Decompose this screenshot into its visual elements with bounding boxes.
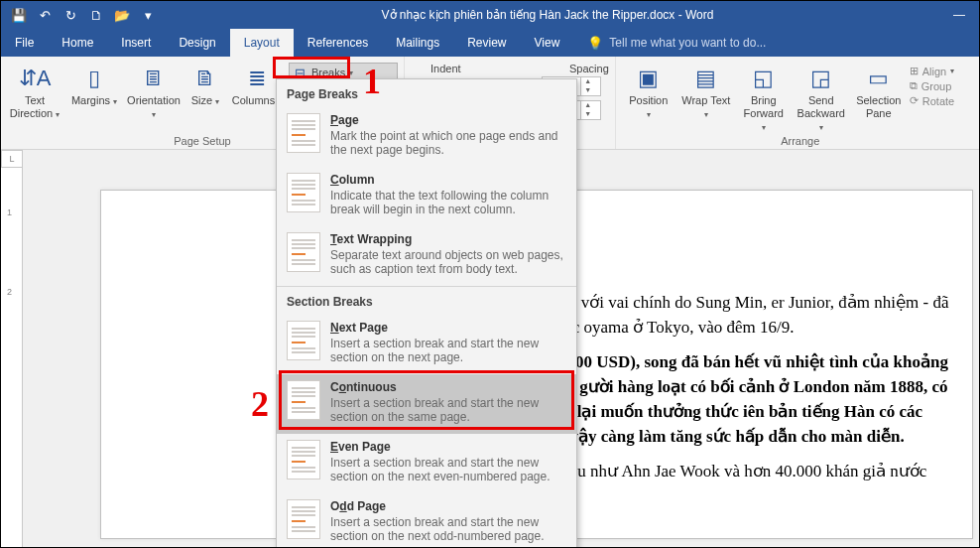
dd-item-text-wrapping[interactable]: Text WrappingSeparate text around object… bbox=[277, 226, 576, 286]
odd-page-break-icon bbox=[287, 499, 320, 539]
ribbon-tabs: File Home Insert Design Layout Reference… bbox=[1, 29, 979, 57]
ruler-corner[interactable]: L bbox=[1, 150, 23, 168]
annotation-number-2: 2 bbox=[251, 383, 269, 425]
dd-item-page[interactable]: PageMark the point at which one page end… bbox=[277, 107, 576, 167]
spin-down-icon[interactable]: ▼ bbox=[581, 110, 595, 119]
ruler-tick: 1 bbox=[7, 207, 12, 217]
save-icon[interactable]: 💾 bbox=[11, 7, 27, 23]
tab-mailings[interactable]: Mailings bbox=[382, 29, 453, 57]
open-icon[interactable]: 📂 bbox=[114, 7, 130, 23]
quick-access-toolbar: 💾 ↶ ↻ 🗋 📂 ▾ bbox=[1, 7, 156, 23]
spin-down-icon[interactable]: ▼ bbox=[581, 86, 595, 95]
lightbulb-icon: 💡 bbox=[587, 36, 603, 51]
even-page-break-icon bbox=[287, 440, 320, 480]
tab-references[interactable]: References bbox=[294, 29, 382, 57]
title-bar: 💾 ↶ ↻ 🗋 📂 ▾ Vở nhạc kịch phiên bản tiếng… bbox=[1, 1, 979, 29]
undo-icon[interactable]: ↶ bbox=[37, 7, 53, 23]
annotation-number-1: 1 bbox=[363, 61, 381, 102]
tab-insert[interactable]: Insert bbox=[107, 29, 165, 57]
qat-more-icon[interactable]: ▾ bbox=[140, 7, 156, 23]
size-icon: 🗎 bbox=[185, 63, 225, 94]
tab-design[interactable]: Design bbox=[165, 29, 229, 57]
rotate-icon: ⟳ bbox=[910, 94, 919, 107]
chevron-down-icon: ▾ bbox=[56, 110, 60, 119]
spacing-heading: Spacing bbox=[569, 63, 609, 74]
position-button[interactable]: ▣Position▾ bbox=[622, 59, 675, 121]
selection-pane-button[interactable]: ▭Selection Pane bbox=[852, 59, 906, 120]
page-break-icon bbox=[287, 113, 320, 153]
selection-pane-icon: ▭ bbox=[852, 63, 906, 94]
indent-heading: Indent bbox=[411, 63, 569, 74]
document-title: Vở nhạc kịch phiên bản tiếng Hàn Jack th… bbox=[156, 8, 939, 22]
annotation-box-breaks bbox=[273, 57, 350, 78]
annotation-box-continuous bbox=[279, 370, 574, 430]
dd-heading-section-breaks: Section Breaks bbox=[277, 287, 576, 315]
dd-item-even-page[interactable]: Even PageInsert a section break and star… bbox=[277, 434, 576, 493]
group-button[interactable]: ⧉Group bbox=[910, 79, 979, 92]
breaks-dropdown: Page Breaks PageMark the point at which … bbox=[276, 78, 577, 548]
text-wrapping-break-icon bbox=[287, 232, 320, 272]
orientation-button[interactable]: 🗏 Orientation ▾ bbox=[126, 59, 182, 121]
align-button[interactable]: ⊞Align ▾ bbox=[910, 65, 979, 77]
tab-view[interactable]: View bbox=[521, 29, 574, 57]
redo-icon[interactable]: ↻ bbox=[62, 7, 78, 23]
minimize-button[interactable]: — bbox=[939, 8, 979, 22]
group-label-arrange: Arrange bbox=[622, 135, 979, 149]
spin-up-icon[interactable]: ▲ bbox=[581, 101, 595, 110]
orientation-icon: 🗏 bbox=[126, 63, 182, 94]
margins-button[interactable]: ▯ Margins ▾ bbox=[66, 59, 122, 108]
tab-file[interactable]: File bbox=[1, 29, 48, 57]
bring-forward-button[interactable]: ◱Bring Forward▾ bbox=[737, 59, 791, 134]
dd-item-column[interactable]: ColumnIndicate that the text following t… bbox=[277, 167, 576, 226]
new-doc-icon[interactable]: 🗋 bbox=[88, 7, 104, 23]
text-direction-button[interactable]: ⇵A Text Direction ▾ bbox=[7, 59, 62, 121]
tell-me-placeholder: Tell me what you want to do... bbox=[609, 36, 766, 50]
column-break-icon bbox=[287, 173, 320, 212]
size-button[interactable]: 🗎 Size ▾ bbox=[185, 59, 225, 108]
send-backward-icon: ◲ bbox=[795, 63, 848, 94]
tab-layout[interactable]: Layout bbox=[230, 29, 294, 57]
tab-review[interactable]: Review bbox=[453, 29, 520, 57]
text-direction-icon: ⇵A bbox=[7, 63, 62, 94]
group-arrange: ▣Position▾ ▤Wrap Text▾ ◱Bring Forward▾ ◲… bbox=[616, 57, 980, 149]
rotate-button[interactable]: ⟳Rotate bbox=[910, 94, 979, 107]
spin-up-icon[interactable]: ▲ bbox=[581, 77, 595, 86]
send-backward-button[interactable]: ◲Send Backward▾ bbox=[795, 59, 848, 134]
dd-heading-page-breaks: Page Breaks bbox=[277, 79, 576, 107]
vertical-ruler: 1 2 bbox=[1, 168, 23, 547]
wrap-text-icon: ▤ bbox=[679, 63, 733, 94]
align-icon: ⊞ bbox=[910, 65, 919, 77]
group-icon: ⧉ bbox=[910, 79, 918, 92]
tab-home[interactable]: Home bbox=[48, 29, 107, 57]
margins-icon: ▯ bbox=[66, 63, 122, 94]
ruler-tick: 2 bbox=[7, 287, 12, 297]
dd-item-odd-page[interactable]: Odd PageInsert a section break and start… bbox=[277, 493, 576, 548]
position-icon: ▣ bbox=[622, 63, 675, 94]
wrap-text-button[interactable]: ▤Wrap Text▾ bbox=[679, 59, 733, 121]
tell-me-search[interactable]: 💡 Tell me what you want to do... bbox=[573, 29, 766, 57]
next-page-break-icon bbox=[287, 321, 320, 360]
dd-item-next-page[interactable]: Next PageInsert a section break and star… bbox=[277, 315, 576, 374]
bring-forward-icon: ◱ bbox=[737, 63, 791, 94]
